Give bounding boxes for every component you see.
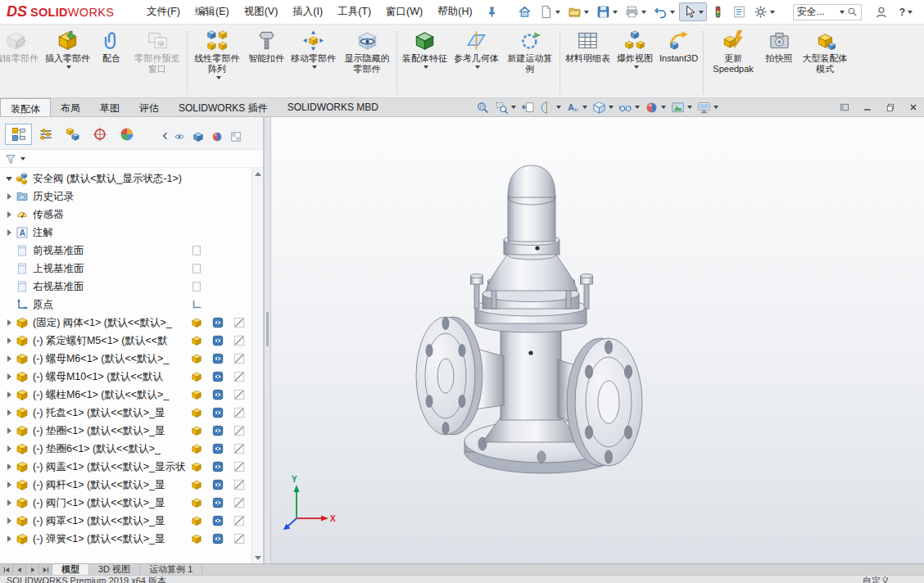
expand-arrow[interactable] (7, 409, 11, 416)
zoom-fit-button[interactable] (474, 100, 491, 115)
save-button[interactable] (593, 2, 621, 21)
display-pane-cell[interactable] (186, 443, 207, 454)
display-pane-cell[interactable] (186, 497, 207, 508)
menu-view[interactable]: 视图(V) (237, 1, 286, 23)
ribbon-mate-button[interactable]: 配合 (93, 27, 129, 65)
panel-tab-displaymanager[interactable] (113, 124, 140, 145)
performance-button[interactable] (708, 2, 728, 21)
viewport-canvas[interactable]: Y X (271, 117, 924, 563)
nav-last-button[interactable] (39, 564, 52, 575)
section-view-button[interactable] (538, 100, 563, 115)
display-pane-cell[interactable] (229, 443, 250, 454)
display-pane-transparency-column-button[interactable] (230, 131, 242, 145)
tree-item[interactable]: (-) 弹簧<1> (默认<<默认>_显 (0, 530, 251, 548)
expand-arrow[interactable] (7, 517, 11, 524)
tree-item[interactable]: (-) 阀门<1> (默认<<默认>_显 (0, 494, 251, 512)
ribbon-edit-component-button[interactable]: 编辑零部件 (0, 27, 42, 65)
display-pane-cell[interactable] (207, 353, 229, 364)
tree-item[interactable]: 上视基准面 (0, 260, 251, 278)
display-pane-cell[interactable] (229, 317, 250, 328)
panel-tab-dimxpertmanager[interactable] (86, 124, 113, 145)
display-pane-cell[interactable] (186, 317, 207, 328)
ribbon-bom-button[interactable]: 材料明细表 (562, 27, 614, 65)
display-pane-cell[interactable] (207, 461, 229, 472)
display-pane-cell[interactable] (186, 299, 207, 310)
tree-item[interactable]: 前视基准面 (0, 242, 251, 260)
expand-arrow[interactable] (7, 499, 11, 506)
panel-tab-configurationmanager[interactable] (59, 124, 86, 145)
tab-assembly[interactable]: 装配体 (0, 98, 51, 116)
display-pane-cell[interactable] (207, 425, 229, 436)
tree-scrollbar[interactable] (251, 168, 263, 563)
expand-arrow[interactable] (7, 391, 11, 398)
tree-item[interactable]: (-) 垫圈<1> (默认<<默认>_显 (0, 422, 251, 440)
filter-funnel-icon[interactable] (5, 153, 16, 165)
display-pane-appearance-column-button[interactable] (211, 131, 223, 145)
tree-item[interactable]: 原点 (0, 296, 251, 314)
expand-arrow[interactable] (7, 373, 11, 380)
nav-prev-button[interactable] (13, 564, 26, 575)
ribbon-large-assembly-button[interactable]: 大型装配体模式 (797, 27, 853, 75)
display-pane-cell[interactable] (229, 479, 250, 490)
menu-edit[interactable]: 编辑(E) (188, 1, 237, 23)
ribbon-reference-geometry-button[interactable]: 参考几何体 (451, 27, 502, 70)
tree-item[interactable]: 传感器 (0, 206, 251, 224)
print-button[interactable] (622, 2, 650, 21)
tree-item[interactable]: 历史记录 (0, 188, 251, 206)
display-pane-cell[interactable] (229, 389, 250, 400)
expand-arrow[interactable] (7, 536, 11, 542)
display-pane-cell[interactable] (186, 335, 207, 346)
nav-next-button[interactable] (26, 564, 39, 575)
display-pane-cell[interactable] (186, 479, 207, 490)
viewport[interactable]: Y X (271, 117, 924, 563)
nav-first-button[interactable] (0, 564, 13, 575)
dynamic-annotation-button[interactable]: A (564, 100, 589, 115)
expand-arrow[interactable] (7, 319, 11, 326)
scroll-up-arrow[interactable] (252, 168, 263, 179)
menu-file[interactable]: 文件(F) (139, 1, 188, 23)
display-pane-cell[interactable] (186, 263, 207, 274)
help-button[interactable]: ? (899, 7, 913, 18)
tree-item[interactable]: 右视基准面 (0, 278, 251, 296)
display-pane-cell[interactable] (186, 245, 207, 256)
tree-item[interactable]: (-) 紧定螺钉M5<1> (默认<<默 (0, 332, 251, 350)
tree-item[interactable]: (-) 阀罩<1> (默认<<默认>_显 (0, 512, 251, 530)
display-pane-hide-show-column-button[interactable] (174, 131, 185, 145)
display-pane-display-mode-column-button[interactable] (192, 131, 204, 145)
user-account-button[interactable] (872, 3, 891, 21)
ribbon-snapshot-button[interactable]: 拍快照 (761, 27, 797, 65)
apply-scene-button[interactable] (669, 100, 694, 115)
ribbon-exploded-view-button[interactable]: 爆炸视图 (614, 27, 656, 70)
ribbon-component-preview-button[interactable]: 零部件预览窗口 (129, 27, 185, 75)
display-pane-cell[interactable] (229, 335, 250, 346)
tree-item[interactable]: A注解 (0, 224, 251, 242)
menu-insert[interactable]: 插入(I) (285, 1, 330, 23)
search-input[interactable]: 安全... (797, 5, 835, 19)
display-pane-cell[interactable] (186, 371, 207, 382)
expand-arrow[interactable] (7, 355, 11, 362)
ribbon-move-component-button[interactable]: 移动零部件 (288, 27, 339, 70)
new-doc-button[interactable] (536, 2, 564, 21)
display-pane-cell[interactable] (229, 371, 250, 382)
tab-solidworks-mbd[interactable]: SOLIDWORKS MBD (278, 98, 388, 116)
display-pane-cell[interactable] (207, 497, 229, 508)
display-pane-cell[interactable] (186, 389, 207, 400)
safety-valve-model[interactable] (416, 165, 642, 473)
undo-button[interactable] (650, 2, 678, 21)
display-pane-cell[interactable] (207, 443, 229, 454)
display-pane-cell[interactable] (186, 281, 207, 292)
minimize-button[interactable] (861, 102, 873, 114)
expand-arrow[interactable] (7, 481, 11, 488)
display-pane-cell[interactable] (186, 425, 207, 436)
pane-left-button[interactable] (838, 102, 850, 114)
scroll-down-arrow[interactable] (252, 552, 263, 563)
hide-show-items-button[interactable] (617, 100, 641, 115)
panel-tab-propertymanager[interactable] (32, 124, 59, 145)
expand-arrow[interactable] (6, 177, 12, 181)
expand-arrow[interactable] (7, 427, 11, 434)
previous-view-button[interactable] (519, 100, 537, 115)
expand-arrow[interactable] (7, 445, 11, 452)
ribbon-motion-study-button[interactable]: 新建运动算例 (502, 27, 558, 75)
display-pane-cell[interactable] (229, 425, 250, 436)
ribbon-assembly-features-button[interactable]: 装配体特征 (399, 27, 451, 70)
